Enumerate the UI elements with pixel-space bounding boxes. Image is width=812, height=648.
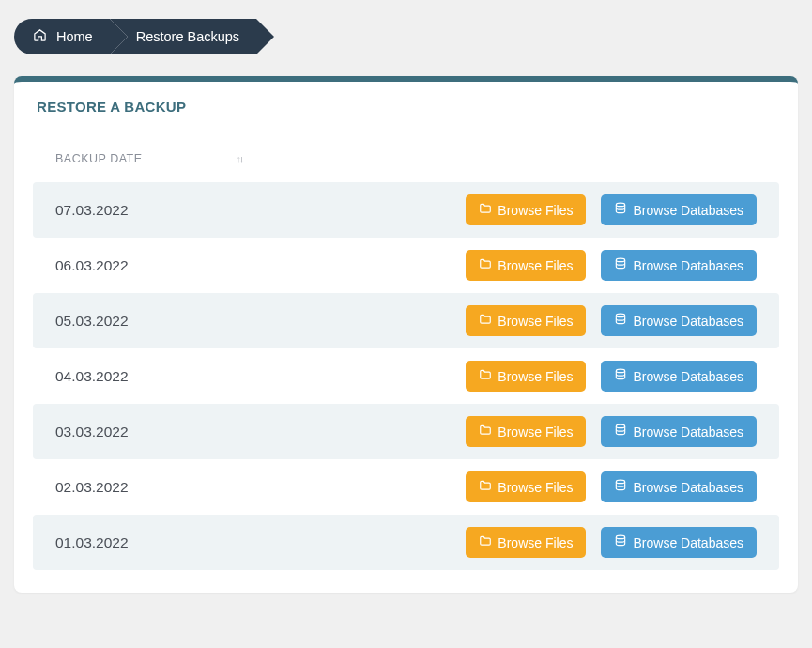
row-actions: Browse FilesBrowse Databases xyxy=(466,194,757,225)
browse-databases-label: Browse Databases xyxy=(633,369,743,384)
browse-files-label: Browse Files xyxy=(498,480,573,495)
svg-point-5 xyxy=(617,480,625,484)
row-actions: Browse FilesBrowse Databases xyxy=(466,527,757,558)
browse-databases-button[interactable]: Browse Databases xyxy=(601,194,757,225)
browse-databases-label: Browse Databases xyxy=(633,424,743,440)
row-actions: Browse FilesBrowse Databases xyxy=(466,361,757,392)
browse-files-button[interactable]: Browse Files xyxy=(466,361,586,392)
table-row: 01.03.2022Browse FilesBrowse Databases xyxy=(33,515,779,570)
folder-icon xyxy=(479,368,492,384)
breadcrumb-current[interactable]: Restore Backups xyxy=(110,19,256,54)
row-actions: Browse FilesBrowse Databases xyxy=(466,250,757,281)
backup-date: 04.03.2022 xyxy=(55,368,129,385)
browse-files-label: Browse Files xyxy=(498,424,573,440)
folder-icon xyxy=(479,424,492,440)
browse-databases-button[interactable]: Browse Databases xyxy=(601,471,757,502)
column-header-date-label: BACKUP DATE xyxy=(55,152,143,165)
svg-point-2 xyxy=(617,314,625,317)
folder-icon xyxy=(479,534,492,550)
backup-date: 01.03.2022 xyxy=(55,534,129,551)
svg-point-4 xyxy=(617,424,625,428)
browse-files-button[interactable]: Browse Files xyxy=(466,527,586,558)
row-actions: Browse FilesBrowse Databases xyxy=(466,471,757,502)
browse-databases-label: Browse Databases xyxy=(633,535,743,550)
browse-databases-button[interactable]: Browse Databases xyxy=(601,250,757,281)
database-icon xyxy=(614,479,627,495)
browse-files-label: Browse Files xyxy=(498,369,573,384)
browse-files-button[interactable]: Browse Files xyxy=(466,416,586,447)
svg-point-3 xyxy=(617,369,625,373)
card-title: RESTORE A BACKUP xyxy=(14,82,798,126)
browse-databases-label: Browse Databases xyxy=(633,258,743,273)
browse-files-button[interactable]: Browse Files xyxy=(466,471,586,502)
backup-date: 03.03.2022 xyxy=(55,424,129,440)
browse-files-label: Browse Files xyxy=(498,535,573,550)
card: RESTORE A BACKUP BACKUP DATE ↑↓ 07.03.20… xyxy=(14,76,798,593)
home-icon xyxy=(33,28,47,45)
database-icon xyxy=(614,368,627,384)
svg-point-6 xyxy=(617,535,625,539)
column-header-date[interactable]: BACKUP DATE ↑↓ xyxy=(55,152,243,165)
database-icon xyxy=(614,313,627,329)
folder-icon xyxy=(479,257,492,273)
breadcrumb-home[interactable]: Home xyxy=(14,19,110,54)
table-row: 03.03.2022Browse FilesBrowse Databases xyxy=(33,404,779,459)
breadcrumb-current-label: Restore Backups xyxy=(136,29,239,44)
browse-databases-button[interactable]: Browse Databases xyxy=(601,361,757,392)
browse-databases-button[interactable]: Browse Databases xyxy=(601,416,757,447)
browse-files-label: Browse Files xyxy=(498,203,573,218)
folder-icon xyxy=(479,202,492,218)
row-actions: Browse FilesBrowse Databases xyxy=(466,305,757,336)
browse-databases-button[interactable]: Browse Databases xyxy=(601,527,757,558)
backup-date: 07.03.2022 xyxy=(55,202,129,219)
table-row: 02.03.2022Browse FilesBrowse Databases xyxy=(33,459,779,515)
backup-table: BACKUP DATE ↑↓ 07.03.2022Browse FilesBro… xyxy=(33,143,779,570)
folder-icon xyxy=(479,479,492,495)
row-actions: Browse FilesBrowse Databases xyxy=(466,416,757,447)
backup-date: 05.03.2022 xyxy=(55,313,129,330)
breadcrumb-home-label: Home xyxy=(56,29,93,44)
browse-files-button[interactable]: Browse Files xyxy=(466,305,586,336)
browse-databases-label: Browse Databases xyxy=(633,203,743,218)
table-row: 06.03.2022Browse FilesBrowse Databases xyxy=(33,238,779,293)
browse-databases-label: Browse Databases xyxy=(633,480,743,495)
table-row: 05.03.2022Browse FilesBrowse Databases xyxy=(33,293,779,348)
browse-files-button[interactable]: Browse Files xyxy=(466,194,586,225)
table-row: 07.03.2022Browse FilesBrowse Databases xyxy=(33,182,779,238)
database-icon xyxy=(614,202,627,218)
folder-icon xyxy=(479,313,492,329)
database-icon xyxy=(614,534,627,550)
browse-databases-label: Browse Databases xyxy=(633,314,743,329)
svg-point-1 xyxy=(617,258,625,262)
browse-files-label: Browse Files xyxy=(498,258,573,273)
browse-files-label: Browse Files xyxy=(498,314,573,329)
table-row: 04.03.2022Browse FilesBrowse Databases xyxy=(33,348,779,404)
database-icon xyxy=(614,424,627,440)
breadcrumb: Home Restore Backups xyxy=(0,0,812,62)
table-header-row: BACKUP DATE ↑↓ xyxy=(33,143,779,182)
backup-date: 06.03.2022 xyxy=(55,257,129,274)
sort-icon: ↑↓ xyxy=(237,154,243,164)
svg-point-0 xyxy=(617,203,625,207)
browse-databases-button[interactable]: Browse Databases xyxy=(601,305,757,336)
backup-date: 02.03.2022 xyxy=(55,479,129,496)
browse-files-button[interactable]: Browse Files xyxy=(466,250,586,281)
database-icon xyxy=(614,257,627,273)
